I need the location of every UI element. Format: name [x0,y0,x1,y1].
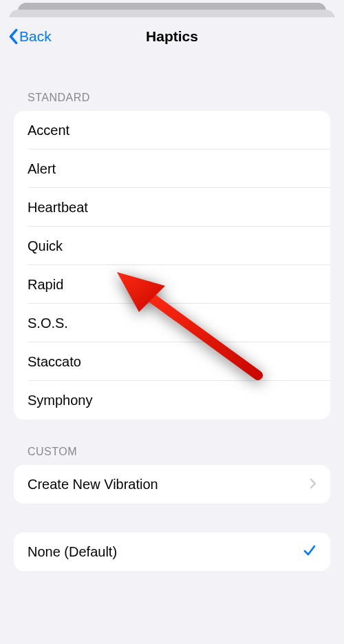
chevron-left-icon [7,27,19,46]
list-item-label: S.O.S. [28,315,68,331]
list-item-label: Alert [28,161,56,177]
list-item-label: Create New Vibration [28,477,158,492]
list-item-label: Staccato [28,354,81,370]
haptic-sos[interactable]: S.O.S. [14,304,330,342]
back-button[interactable]: Back [6,24,53,49]
section-header-custom: CUSTOM [14,446,330,465]
haptic-symphony[interactable]: Symphony [14,381,330,419]
chevron-right-icon [310,477,316,492]
content: STANDARD Accent Alert Heartbeat Quick Ra… [0,92,344,571]
haptic-alert[interactable]: Alert [14,149,330,188]
page-title: Haptics [146,28,198,45]
section-header-standard: STANDARD [14,92,330,111]
nav-bar: Back Haptics [0,17,344,56]
create-new-vibration[interactable]: Create New Vibration [14,465,330,503]
list-item-label: Symphony [28,393,93,408]
main-modal-card: Back Haptics STANDARD Accent Alert Heart… [0,17,344,644]
haptic-quick[interactable]: Quick [14,227,330,265]
none-list: None (Default) [14,532,330,571]
checkmark-icon [303,543,316,561]
haptic-none-default[interactable]: None (Default) [14,532,330,571]
standard-list: Accent Alert Heartbeat Quick Rapid S.O.S… [14,111,330,419]
custom-list: Create New Vibration [14,465,330,503]
haptic-accent[interactable]: Accent [14,111,330,149]
list-item-label: Rapid [28,277,63,293]
haptic-rapid[interactable]: Rapid [14,265,330,304]
list-item-label: Accent [28,123,69,138]
list-item-label: None (Default) [28,544,117,560]
list-item-label: Heartbeat [28,200,88,216]
list-item-label: Quick [28,238,63,254]
haptic-heartbeat[interactable]: Heartbeat [14,188,330,227]
back-label: Back [19,28,52,45]
haptic-staccato[interactable]: Staccato [14,342,330,381]
spacer [14,503,330,532]
